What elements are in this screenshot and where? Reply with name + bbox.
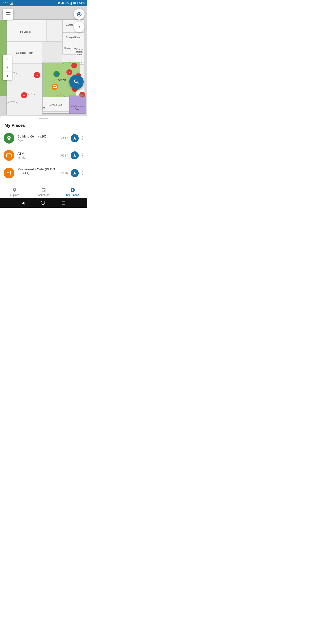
place-sub-gym: Gym xyxy=(18,139,58,142)
bottom-sheet: My Places Building Gym (#20) Gym 419 ft xyxy=(0,120,87,186)
svg-text:👤: 👤 xyxy=(55,72,58,76)
place-sub-restaurant: E xyxy=(18,175,56,179)
place-item-atm[interactable]: ATM M, M1 563 ft xyxy=(0,147,87,164)
svg-rect-6 xyxy=(72,2,72,5)
svg-text:🧯: 🧯 xyxy=(68,71,71,74)
signal-icon xyxy=(70,2,72,5)
place-dist-gym: 419 ft xyxy=(61,137,68,140)
floor-selector[interactable]: 3 2 1 xyxy=(3,54,12,80)
svg-rect-25 xyxy=(76,42,84,64)
svg-point-1 xyxy=(11,2,11,3)
svg-text:↪: ↪ xyxy=(23,94,26,97)
svg-text:Kitchen: Kitchen xyxy=(56,78,66,82)
menu-line-1 xyxy=(6,12,10,13)
tab-myplaces-label: My Places xyxy=(66,194,79,196)
sheet-handle-area[interactable] xyxy=(0,116,87,120)
compass-button[interactable] xyxy=(74,22,84,32)
place-sub-atm: M, M1 xyxy=(18,156,58,159)
navigate-gym-button[interactable] xyxy=(71,134,79,142)
navigate-atm-button[interactable] xyxy=(71,152,79,160)
place-right-gym: 419 ft xyxy=(61,134,84,142)
sheet-title: My Places xyxy=(0,120,87,130)
svg-text:Electrical Room: Electrical Room xyxy=(16,52,33,54)
status-icons: 51% xyxy=(57,2,84,5)
android-nav-bar: ◀ xyxy=(0,198,87,208)
svg-rect-5 xyxy=(71,2,72,5)
place-info-atm: ATM M, M1 xyxy=(18,152,58,159)
wifi-icon xyxy=(65,2,69,4)
place-name-restaurant: Restaurant - Cafe (BLDG E - #11) xyxy=(18,167,56,175)
menu-line-2 xyxy=(6,14,10,15)
place-dist-restaurant: 0.20 mi xyxy=(59,171,68,175)
more-atm-button[interactable] xyxy=(81,152,84,158)
svg-text:Fire Closet: Fire Closet xyxy=(18,30,30,33)
vibrate-icon xyxy=(61,2,64,5)
tab-explore[interactable]: Explore xyxy=(0,188,29,196)
svg-text:Service Desk: Service Desk xyxy=(49,104,63,106)
floor-3[interactable]: 3 xyxy=(3,54,12,63)
svg-point-82 xyxy=(41,201,45,205)
tab-myplaces[interactable]: My Places xyxy=(58,188,87,196)
place-info-gym: Building Gym (#20) Gym xyxy=(18,134,58,142)
svg-rect-3 xyxy=(70,4,70,5)
svg-rect-79 xyxy=(6,154,12,157)
battery-icon xyxy=(73,2,78,4)
place-right-restaurant: 0.20 mi xyxy=(59,169,84,177)
map-container[interactable]: Fire Closet Janitor Closet Storage Room … xyxy=(0,6,87,116)
svg-rect-33 xyxy=(69,96,86,114)
explore-icon xyxy=(12,188,17,192)
place-icon-gym xyxy=(4,133,14,144)
place-info-restaurant: Restaurant - Cafe (BLDG E - #11) E xyxy=(18,167,56,179)
svg-text:Room: Room xyxy=(77,54,82,56)
place-icon-restaurant xyxy=(4,168,14,178)
search-fab-button[interactable] xyxy=(69,75,84,89)
menu-line-3 xyxy=(6,16,10,16)
tab-schedule-label: Schedule xyxy=(38,194,49,196)
home-button[interactable] xyxy=(41,200,45,205)
sheet-handle xyxy=(39,118,48,119)
map-controls xyxy=(74,9,84,32)
svg-point-70 xyxy=(78,14,80,15)
place-icon-atm xyxy=(4,150,14,161)
svg-text:Elevator: Elevator xyxy=(76,48,83,50)
gps-button[interactable] xyxy=(74,9,84,20)
svg-rect-46 xyxy=(7,96,42,115)
svg-text:Storage Room: Storage Room xyxy=(66,36,80,39)
svg-rect-9 xyxy=(74,2,76,4)
svg-rect-4 xyxy=(71,3,71,5)
battery-percent: 51% xyxy=(79,2,84,5)
svg-rect-44 xyxy=(42,41,62,62)
status-bar: 3:18 51% xyxy=(0,0,87,6)
svg-point-78 xyxy=(79,26,80,27)
photo-icon xyxy=(10,1,13,5)
svg-rect-45 xyxy=(7,64,42,96)
more-restaurant-button[interactable] xyxy=(81,170,84,176)
svg-text:*M1S Conference: *M1S Conference xyxy=(70,105,85,107)
floor-1[interactable]: 1 xyxy=(3,72,12,80)
bottom-navigation: Explore Schedule My Places xyxy=(0,186,87,198)
status-time: 3:18 xyxy=(3,1,13,5)
place-name-atm: ATM xyxy=(18,152,58,156)
place-item-restaurant[interactable]: Restaurant - Cafe (BLDG E - #11) E 0.20 … xyxy=(0,164,87,182)
place-right-atm: 563 ft xyxy=(61,152,84,160)
search-fab-icon xyxy=(73,79,80,85)
place-dist-atm: 563 ft xyxy=(61,154,68,157)
svg-text:🧯: 🧯 xyxy=(73,64,76,67)
location-icon xyxy=(57,2,60,5)
place-name-gym: Building Gym (#20) xyxy=(18,134,58,138)
recents-button[interactable] xyxy=(62,201,66,205)
myplaces-icon xyxy=(70,188,75,192)
menu-button[interactable] xyxy=(3,9,14,20)
back-button[interactable]: ◀ xyxy=(22,201,24,205)
svg-text:Machine: Machine xyxy=(76,51,84,53)
navigate-restaurant-button[interactable] xyxy=(71,169,79,177)
schedule-icon xyxy=(41,188,46,192)
place-item-gym[interactable]: Building Gym (#20) Gym 419 ft xyxy=(0,130,87,147)
time-display: 3:18 xyxy=(3,2,8,5)
more-gym-button[interactable] xyxy=(81,135,84,141)
svg-text:Room: Room xyxy=(75,108,80,110)
tab-explore-label: Explore xyxy=(10,194,19,196)
floor-2[interactable]: 2 xyxy=(3,63,12,72)
svg-rect-83 xyxy=(62,201,65,204)
tab-schedule[interactable]: Schedule xyxy=(29,188,58,196)
